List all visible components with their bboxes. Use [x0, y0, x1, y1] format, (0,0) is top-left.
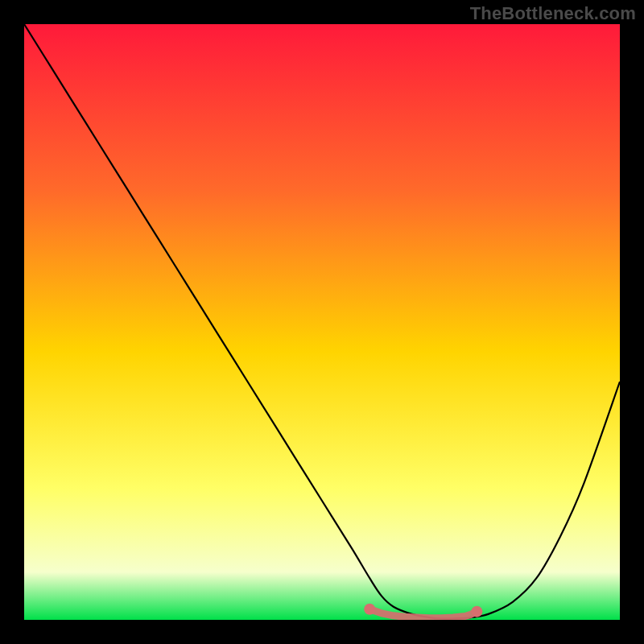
- gradient-background: [24, 24, 620, 620]
- scatter-dot: [364, 604, 375, 615]
- chart-svg: [24, 24, 620, 620]
- chart-frame: TheBottleneck.com: [0, 0, 644, 644]
- chart-plot-area: [24, 24, 620, 620]
- scatter-dot: [471, 606, 482, 617]
- watermark-label: TheBottleneck.com: [470, 3, 636, 24]
